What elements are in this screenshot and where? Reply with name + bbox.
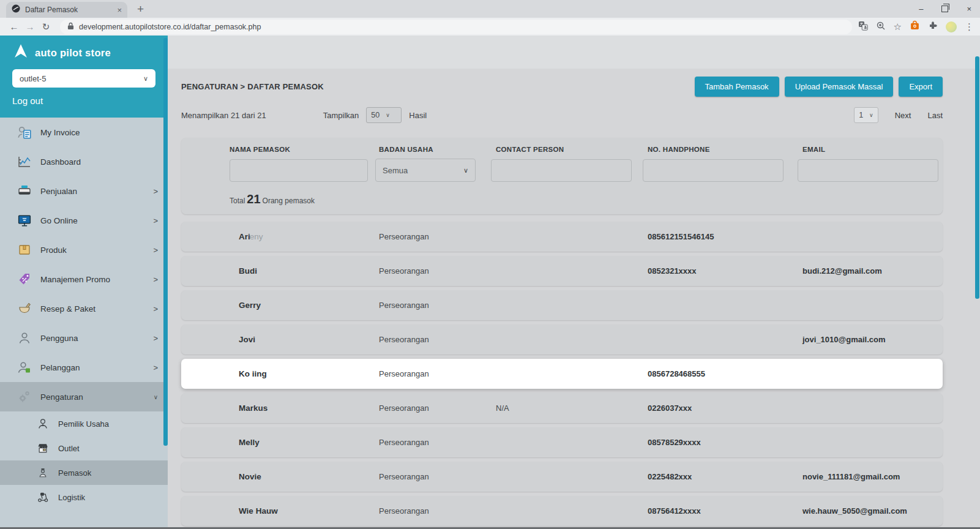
cash-register-icon — [16, 184, 33, 198]
dashboard-icon — [16, 154, 33, 169]
supplier-name: Ko iing — [239, 369, 267, 378]
main-content: PENGATURAN > DAFTAR PEMASOK Tambah Pemas… — [168, 36, 980, 529]
total-count: 21 — [247, 192, 260, 206]
filter-no-handphone-input[interactable] — [643, 159, 784, 182]
email-cell: wie.hauw_5050@gmail.com — [802, 506, 943, 516]
top-strip — [168, 36, 980, 69]
total-prefix: Total — [230, 197, 245, 205]
user-icon — [16, 331, 33, 345]
page-size-value: 50 — [371, 111, 380, 119]
sidebar-item-go-online[interactable]: Go Online > — [0, 206, 168, 235]
profile-avatar[interactable] — [946, 21, 957, 32]
filter-contact-person-input[interactable] — [491, 159, 632, 182]
sidebar-item-produk[interactable]: Produk > — [0, 235, 168, 264]
outlet-selector[interactable]: outlet-5 ∨ — [12, 69, 155, 88]
sidebar-item-label: Pengaturan — [40, 392, 154, 402]
last-page-link[interactable]: Last — [927, 111, 943, 120]
total-count-line: Total21Orang pemasok — [230, 192, 943, 206]
table-row[interactable]: Wie Hauw Perseorangan 08756412xxxx wie.h… — [181, 496, 943, 526]
table-row[interactable]: Budi Perseorangan 0852321xxxx budi.212@g… — [181, 256, 943, 286]
paper-plane-logo-icon — [12, 43, 29, 62]
sidebar-item-dashboard[interactable]: Dashboard — [0, 147, 168, 176]
sidebar-header: auto pilot store outlet-5 ∨ Log out — [0, 36, 168, 118]
forward-icon[interactable]: → — [22, 21, 38, 32]
address-bar[interactable]: development.autopilotstore.co.id/daftar_… — [60, 20, 852, 34]
mortar-pestle-icon — [16, 301, 33, 316]
chevron-right-icon: > — [153, 304, 158, 313]
sidebar-item-my-invoice[interactable]: My Invoice — [0, 118, 168, 147]
window-minimize-button[interactable]: – — [919, 4, 923, 13]
sidebar-subitem-label: Outlet — [58, 444, 80, 453]
sidebar-item-label: Produk — [40, 246, 153, 255]
sidebar-subitem-pemasok[interactable]: Pemasok — [0, 460, 168, 485]
tab-favicon-icon — [12, 4, 20, 15]
reload-icon[interactable]: ↻ — [38, 21, 54, 32]
badan-usaha-cell: Perseorangan — [379, 301, 496, 310]
column-header-nama-pemasok: NAMA PEMASOK — [230, 146, 379, 153]
breadcrumb: PENGATURAN > DAFTAR PEMASOK — [181, 82, 689, 91]
phone-cell: 0226037xxx — [648, 403, 802, 413]
sidebar-item-pengguna[interactable]: Pengguna > — [0, 323, 168, 353]
sidebar-item-manajemen-promo[interactable]: Manajemen Promo > — [0, 264, 168, 294]
sidebar-item-penjualan[interactable]: Penjualan > — [0, 176, 168, 206]
supplier-name: Gerry — [239, 301, 261, 310]
filter-badan-usaha-select[interactable]: Semua ∨ — [375, 159, 476, 182]
sidebar-item-pelanggan[interactable]: Pelanggan > — [0, 353, 168, 382]
filter-email-input[interactable] — [798, 159, 938, 182]
translate-icon[interactable] — [858, 21, 868, 33]
window-restore-button[interactable] — [941, 6, 948, 12]
table-row[interactable]: Markus Perseorangan N/A 0226037xxx — [181, 393, 943, 423]
sidebar-item-label: Go Online — [40, 216, 153, 225]
browser-menu-icon[interactable]: ⋮ — [965, 21, 974, 32]
supplier-name: Wie Hauw — [239, 506, 278, 516]
sidebar-item-label: Pengguna — [40, 334, 153, 343]
table-row[interactable]: Jovi Perseorangan jovi_1010@gmail.com — [181, 325, 943, 355]
tab-close-icon[interactable]: × — [117, 6, 122, 14]
customer-icon — [16, 360, 33, 375]
table-row[interactable]: Gerry Perseorangan — [181, 290, 943, 320]
browser-tab[interactable]: Daftar Pemasok × — [6, 2, 127, 18]
email-cell: budi.212@gmail.com — [802, 266, 943, 276]
brand-name: auto pilot store — [35, 47, 111, 59]
new-tab-button[interactable]: + — [137, 2, 144, 16]
sidebar-item-resep-paket[interactable]: Resep & Paket > — [0, 294, 168, 323]
badan-usaha-cell: Perseorangan — [379, 438, 496, 447]
hasil-label: Hasil — [409, 111, 427, 120]
export-button[interactable]: Export — [899, 77, 943, 97]
supplier-name: Melly — [239, 438, 260, 447]
supplier-name: Jovi — [239, 335, 255, 344]
logout-link[interactable]: Log out — [12, 96, 155, 106]
page-number-select[interactable]: 1 ∨ — [854, 107, 878, 123]
phone-cell: 0852321xxxx — [648, 266, 802, 276]
main-scrollbar[interactable] — [975, 56, 979, 299]
filter-nama-pemasok-input[interactable] — [230, 159, 368, 182]
sidebar-item-label: Dashboard — [40, 157, 158, 167]
url-text: development.autopilotstore.co.id/daftar_… — [79, 23, 261, 31]
sidebar-item-label: Pelanggan — [40, 363, 153, 372]
next-page-link[interactable]: Next — [895, 111, 911, 120]
back-icon[interactable]: ← — [6, 21, 22, 32]
tambah-pemasok-button[interactable]: Tambah Pemasok — [695, 77, 779, 97]
extensions-puzzle-icon[interactable] — [928, 21, 938, 33]
sidebar-item-pengaturan[interactable]: Pengaturan ∨ — [0, 382, 168, 411]
sidebar-subitem-outlet[interactable]: Outlet — [0, 436, 168, 460]
showing-count-text: Menampilkan 21 dari 21 — [181, 111, 266, 120]
table-row-highlighted[interactable]: Ko iing Perseorangan 0856728468555 — [181, 359, 943, 389]
table-row[interactable]: Arieny Perseorangan 085612151546145 — [181, 222, 943, 252]
window-close-button[interactable]: × — [967, 4, 971, 13]
badan-usaha-cell: Perseorangan — [379, 232, 496, 241]
sidebar-subitem-pemilik-usaha[interactable]: Pemilik Usaha — [0, 411, 168, 436]
table-row[interactable]: Novie Perseorangan 0225482xxx novie_1111… — [181, 462, 943, 492]
table-row[interactable]: Melly Perseorangan 08578529xxxx — [181, 427, 943, 457]
supplier-icon — [36, 467, 50, 479]
bookmark-star-icon[interactable]: ☆ — [894, 21, 902, 32]
sidebar-scrollbar[interactable] — [163, 38, 168, 446]
sidebar-subitem-logistik[interactable]: Logistik — [0, 485, 168, 509]
zoom-icon[interactable] — [876, 21, 886, 33]
column-header-email: EMAIL — [802, 146, 943, 153]
page-size-select[interactable]: 50 ∨ — [366, 107, 402, 123]
contact-person-cell: N/A — [496, 403, 648, 413]
business-owner-icon — [36, 418, 50, 430]
upload-pemasok-massal-button[interactable]: Upload Pemasok Massal — [785, 77, 894, 97]
shopping-extension-icon[interactable] — [910, 20, 920, 33]
